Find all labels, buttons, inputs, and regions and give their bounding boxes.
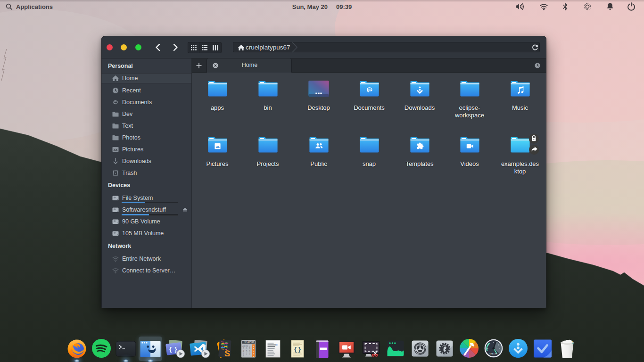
- svg-text:0: 0: [243, 355, 244, 358]
- svg-text:S: S: [224, 348, 231, 358]
- svg-text:{ }: { }: [294, 346, 301, 353]
- svg-text:STACER: STACER: [489, 353, 497, 355]
- svg-text:2: 2: [246, 352, 248, 355]
- svg-text:=: =: [253, 355, 254, 358]
- svg-text:.: .: [249, 355, 249, 358]
- svg-text:3.141592: 3.141592: [244, 341, 254, 344]
- svg-text:{ }: { }: [169, 346, 178, 353]
